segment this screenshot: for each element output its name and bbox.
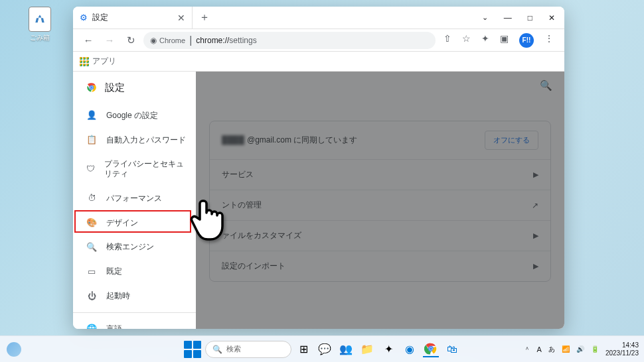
sidebar-item-appearance[interactable]: 🎨デザイン [73,211,196,235]
row-label: ァイルをカスタマイズ [222,230,533,241]
clipboard-icon: 📋 [86,135,97,146]
star-icon[interactable]: ☆ [462,33,471,48]
chrome-label: Chrome [159,36,185,44]
customize-profile-row[interactable]: ァイルをカスタマイズ▶ [210,221,550,251]
address-bar: ← → ↻ ◉Chrome | chrome://settings ⇧ ☆ ✦ … [73,29,564,52]
chrome-taskbar-icon[interactable] [423,341,439,357]
url-field[interactable]: ◉Chrome | chrome://settings [143,32,436,49]
back-button[interactable]: ← [80,34,97,46]
new-tab-button[interactable]: ＋ [193,11,216,25]
palette-icon: 🎨 [86,217,97,229]
tabs-dropdown-icon[interactable]: ⌄ [482,13,488,23]
sync-text: @gmail.com に同期しています [247,135,357,145]
gear-icon: ⚙ [80,13,88,23]
recycle-bin-label: ごみ箱 [23,33,56,42]
clock[interactable]: 14:43 2023/11/23 [605,341,639,357]
apps-shortcut[interactable]: アプリ [80,56,116,67]
taskbar: 🔍 検索 ⊞ 💬 👥 📁 ✦ ◉ 🛍 ＾ A あ 📶 🔊 🔋 14:43 202… [0,335,644,362]
titlebar: ⚙ 設定 ✕ ＋ ⌄ — □ ✕ [73,7,564,29]
battery-icon[interactable]: 🔋 [591,345,599,353]
row-label: ントの管理 [222,200,532,211]
sidebar-item-label: パフォーマンス [106,194,162,204]
window-minimize-button[interactable]: — [504,13,512,23]
person-icon: 👤 [86,110,97,121]
window-close-button[interactable]: ✕ [548,13,555,23]
share-icon[interactable]: ⇧ [443,33,451,48]
external-link-icon: ↗ [532,201,538,210]
reload-button[interactable]: ↻ [122,34,139,46]
sidebar-item-label: Google の設定 [106,111,158,121]
kebab-menu-icon[interactable]: ⋮ [544,33,554,48]
search-icon: 🔍 [212,345,222,354]
search-icon: 🔍 [86,242,97,253]
ime-indicator[interactable]: A [537,345,542,353]
services-row[interactable]: サービス▶ [210,160,550,190]
recycle-bin[interactable]: ごみ箱 [23,7,56,42]
sidebar-item-label: 起動時 [106,291,130,302]
import-settings-row[interactable]: 設定のインポート▶ [210,251,550,281]
store-icon[interactable]: 🛍 [444,341,460,357]
tab-icon: ▭ [86,267,97,278]
time-text: 14:43 [605,341,639,349]
task-view-icon[interactable]: ⊞ [295,341,311,357]
sidebar-item-label: 既定 [106,267,122,277]
chevron-right-icon: ▶ [533,231,538,240]
teams-icon[interactable]: 👥 [338,341,354,357]
edge-icon[interactable]: ◉ [402,341,418,357]
sidebar-item-privacy[interactable]: 🛡プライバシーとセキュリティ [73,152,196,186]
sidebar-item-label: デザイン [106,218,138,229]
account-manage-row[interactable]: ントの管理↗ [210,190,550,221]
sidebar-item-autofill[interactable]: 📋自動入力とパスワード [73,128,196,152]
sidebar-title: 設定 [105,82,125,94]
volume-icon[interactable]: 🔊 [576,345,584,353]
tab-title: 設定 [92,12,173,23]
explorer-icon[interactable]: 📁 [359,341,375,357]
apps-grid-icon [80,57,89,66]
date-text: 2023/11/23 [605,349,639,357]
settings-main: 🔍 ████@gmail.com に同期しています オフにする サービス▶ ント… [196,72,564,329]
sync-row[interactable]: ████@gmail.com に同期しています オフにする [210,121,550,160]
recycle-bin-icon [29,7,51,32]
browser-tab[interactable]: ⚙ 設定 ✕ [73,7,193,29]
profile-avatar[interactable]: F!! [519,33,534,48]
ime-mode-icon[interactable]: あ [548,345,555,354]
tray-overflow-icon[interactable]: ＾ [524,345,530,354]
extensions-icon[interactable]: ✦ [481,33,489,48]
sidebar-item-label: 言語 [106,324,122,329]
sidebar-item-on-startup[interactable]: ⏻起動時 [73,284,196,309]
forward-button: → [101,34,118,46]
turn-off-button[interactable]: オフにする [485,131,538,150]
side-panel-icon[interactable]: ▣ [500,33,509,48]
power-icon: ⏻ [86,291,97,302]
settings-sidebar: 設定 👤Google の設定 📋自動入力とパスワード 🛡プライバシーとセキュリテ… [73,72,196,329]
settings-card: ████@gmail.com に同期しています オフにする サービス▶ ントの管… [209,121,551,282]
window-maximize-button[interactable]: □ [528,13,532,23]
url-prefix: chrome:// [196,36,229,45]
wifi-icon[interactable]: 📶 [562,345,570,353]
chrome-logo-icon [85,81,98,94]
sidebar-item-search-engine[interactable]: 🔍検索エンジン [73,235,196,260]
chrome-window: ⚙ 設定 ✕ ＋ ⌄ — □ ✕ ← → ↻ ◉Chrome | chrome:… [73,7,564,329]
chevron-right-icon: ▶ [533,170,538,179]
shield-icon: 🛡 [86,164,95,175]
sidebar-item-default-browser[interactable]: ▭既定 [73,260,196,284]
search-placeholder: 検索 [226,344,241,354]
sidebar-item-performance[interactable]: ⏱パフォーマンス [73,186,196,211]
settings-search-icon[interactable]: 🔍 [540,80,552,91]
start-button[interactable] [184,341,201,358]
tab-close-icon[interactable]: ✕ [177,13,185,23]
globe-icon: 🌐 [86,324,97,329]
pinned-app-icon[interactable]: ✦ [380,341,396,357]
svg-point-8 [430,347,432,349]
sidebar-item-label: 検索エンジン [106,242,154,253]
sidebar-item-languages[interactable]: 🌐言語 [73,317,196,329]
sidebar-divider [73,312,196,313]
chevron-right-icon: ▶ [533,262,538,271]
url-path: settings [229,36,256,45]
sidebar-item-label: プライバシーとセキュリティ [104,159,187,180]
sidebar-item-google[interactable]: 👤Google の設定 [73,103,196,128]
chat-icon[interactable]: 💬 [317,341,333,357]
taskbar-search[interactable]: 🔍 検索 [205,341,291,358]
widgets-icon[interactable] [7,342,21,357]
system-tray: ＾ A あ 📶 🔊 🔋 14:43 2023/11/23 [524,341,639,357]
